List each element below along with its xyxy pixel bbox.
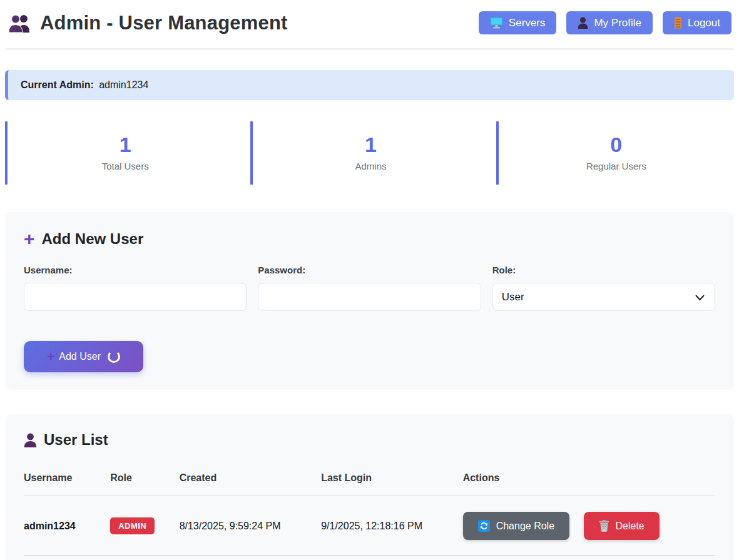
trash-icon — [599, 520, 609, 532]
role-select-value: User — [502, 291, 524, 303]
delete-button-label: Delete — [616, 521, 645, 532]
col-header-last-login: Last Login — [321, 472, 463, 496]
username-label: Username: — [24, 265, 247, 275]
role-label: Role: — [492, 265, 715, 275]
add-new-user-section: + Add New User Username: Password: Role:… — [5, 212, 734, 390]
stat-total-users-label: Total Users — [8, 161, 243, 171]
add-user-button[interactable]: + Add User — [24, 341, 143, 372]
stat-total-users: 1 Total Users — [5, 121, 243, 185]
stat-regular-users-label: Regular Users — [499, 161, 734, 171]
users-group-icon — [8, 13, 31, 33]
add-user-button-label: Add User — [59, 351, 101, 362]
header-title-group: Admin - User Management — [8, 12, 288, 34]
my-profile-button[interactable]: My Profile — [566, 11, 653, 34]
admin-page: Admin - User Management Servers — [0, 0, 739, 560]
plus-icon: + — [24, 230, 35, 248]
cell-actions: Change Role — [463, 496, 715, 556]
nav-buttons: Servers My Profile — [479, 11, 731, 34]
table-header-row: Username Role Created Last Login Actions — [24, 472, 715, 496]
servers-button[interactable]: Servers — [479, 11, 557, 34]
header: Admin - User Management Servers — [5, 0, 734, 50]
username-field-group: Username: — [24, 265, 247, 311]
servers-icon — [490, 17, 503, 29]
current-admin-label: Current Admin: — [21, 79, 94, 90]
role-field-group: Role: User — [492, 265, 715, 311]
username-input[interactable] — [24, 283, 247, 311]
stat-admins-value: 1 — [253, 133, 488, 156]
add-user-form: Username: Password: Role: User — [24, 265, 715, 311]
stat-admins: 1 Admins — [250, 121, 488, 185]
col-header-created: Created — [180, 472, 322, 496]
current-admin-value: admin1234 — [99, 79, 148, 90]
cell-role: ADMIN — [110, 496, 180, 556]
add-user-plus-icon: + — [47, 349, 54, 364]
col-header-actions: Actions — [463, 472, 715, 496]
table-row: admin1234 ADMIN 8/13/2025, 9:59:24 PM 9/… — [24, 496, 715, 556]
role-select[interactable]: User — [492, 283, 715, 311]
col-header-role: Role — [110, 472, 180, 496]
password-field-group: Password: — [258, 265, 481, 311]
change-role-icon — [478, 520, 490, 532]
add-new-user-heading-text: Add New User — [42, 230, 144, 248]
user-table: Username Role Created Last Login Actions… — [24, 472, 715, 556]
password-input[interactable] — [258, 283, 481, 311]
user-list-section: User List Username Role Created Last Log… — [5, 414, 734, 560]
cell-username: admin1234 — [24, 496, 110, 556]
stats-row: 1 Total Users 1 Admins 0 Regular Users — [5, 121, 734, 185]
logout-button-label: Logout — [688, 17, 720, 29]
password-label: Password: — [258, 265, 481, 275]
current-admin-banner: Current Admin: admin1234 — [5, 70, 734, 100]
add-new-user-heading: + Add New User — [24, 230, 715, 248]
stat-total-users-value: 1 — [8, 133, 243, 156]
user-list-heading: User List — [24, 431, 715, 449]
cell-created: 8/13/2025, 9:59:24 PM — [180, 496, 322, 556]
chevron-down-icon — [695, 295, 705, 301]
role-badge: ADMIN — [110, 517, 155, 534]
change-role-button-label: Change Role — [496, 521, 554, 532]
cell-last-login: 9/1/2025, 12:18:16 PM — [321, 496, 463, 556]
logout-door-icon — [674, 17, 682, 29]
user-icon — [24, 433, 37, 447]
logout-button[interactable]: Logout — [663, 11, 731, 34]
change-role-button[interactable]: Change Role — [463, 512, 569, 540]
loading-spinner-icon — [108, 350, 120, 363]
delete-button[interactable]: Delete — [584, 512, 660, 540]
page-title: Admin - User Management — [40, 12, 288, 34]
profile-icon — [578, 17, 588, 29]
stat-regular-users-value: 0 — [499, 133, 734, 156]
stat-regular-users: 0 Regular Users — [496, 121, 734, 185]
my-profile-button-label: My Profile — [594, 17, 641, 29]
stat-admins-label: Admins — [253, 161, 488, 171]
servers-button-label: Servers — [509, 17, 546, 29]
col-header-username: Username — [24, 472, 110, 496]
user-list-heading-text: User List — [44, 431, 108, 449]
